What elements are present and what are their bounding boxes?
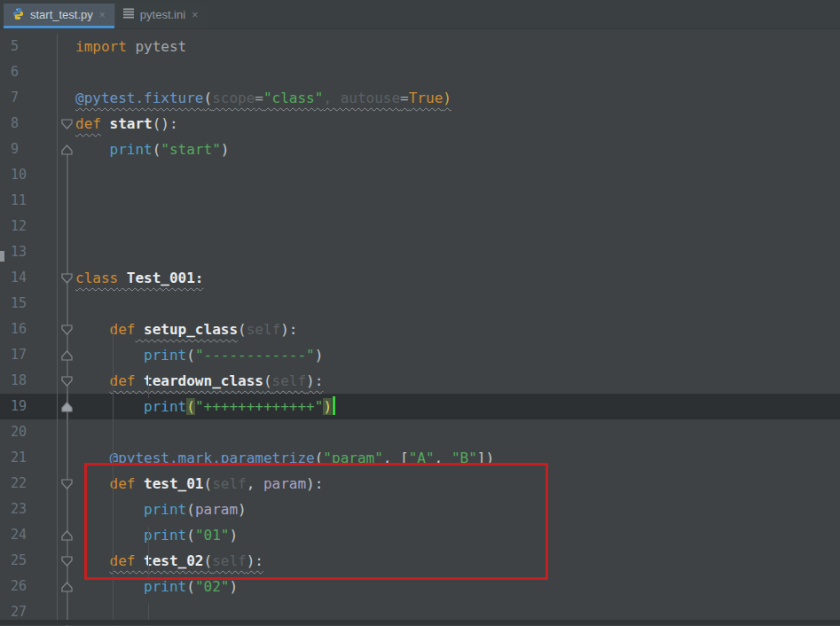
line-number: 16: [0, 317, 58, 342]
code-line[interactable]: print("------------"): [75, 342, 840, 368]
line-number: 6: [0, 59, 58, 85]
code-token: print: [144, 578, 186, 595]
code-line[interactable]: [75, 188, 840, 214]
line-number: 15: [0, 291, 58, 317]
code-token: ):: [306, 372, 323, 389]
tab-start-test-py[interactable]: start_test.py ×: [4, 4, 114, 28]
fold-column: [58, 59, 75, 85]
line-number: 8: [0, 111, 58, 137]
fold-collapse-icon[interactable]: [61, 556, 73, 567]
code-token: ():: [153, 115, 178, 132]
code-row: 20: [0, 419, 840, 445]
code-row: 14class Test_001:: [0, 265, 840, 291]
code-token: True: [409, 90, 444, 106]
fold-collapse-icon[interactable]: [61, 119, 73, 129]
line-number: 25: [0, 548, 58, 574]
line-number: 21: [0, 445, 58, 471]
line-number: 20: [0, 419, 58, 445]
code-line[interactable]: [75, 214, 840, 239]
code-token: ):: [280, 321, 297, 338]
code-token: scope: [212, 90, 255, 106]
code-token: =: [400, 90, 409, 106]
code-row: 12: [0, 214, 840, 239]
fold-collapse-icon[interactable]: [61, 273, 73, 284]
code-line[interactable]: print("start"): [75, 137, 840, 162]
code-row: 6: [0, 59, 840, 85]
code-line[interactable]: [75, 291, 840, 317]
bottom-strip: [0, 620, 840, 625]
tab-pytest-ini[interactable]: pytest.ini ×: [114, 4, 207, 28]
code-token: "------------": [195, 347, 315, 364]
fold-collapse-icon[interactable]: [61, 376, 73, 387]
code-line[interactable]: def start():: [75, 111, 840, 137]
code-row: 11: [0, 188, 840, 214]
text-file-icon: [123, 8, 135, 21]
line-number: 9: [0, 137, 58, 162]
fold-end-icon[interactable]: [61, 145, 73, 155]
fold-end-icon[interactable]: [61, 350, 73, 361]
code-row: 16 def setup_class(self):: [0, 317, 840, 342]
code-token: start: [101, 115, 153, 132]
fold-end-icon[interactable]: [61, 402, 73, 412]
line-number: 7: [0, 85, 58, 111]
code-row: 18 def teardown_class(self):: [0, 368, 840, 394]
fold-collapse-icon[interactable]: [61, 479, 73, 489]
code-token: @pytest.fixture: [75, 90, 204, 106]
code-token: [75, 321, 110, 338]
code-line[interactable]: [75, 162, 840, 188]
code-line[interactable]: print("+++++++++++++"): [75, 394, 840, 419]
code-row: 8def start():: [0, 111, 840, 137]
code-token: self: [272, 372, 307, 389]
code-token: pytest: [127, 38, 186, 55]
code-token: setup_class: [135, 321, 238, 338]
code-token: ): [315, 347, 324, 364]
code-token: =: [255, 90, 263, 106]
code-token: "02": [195, 578, 230, 595]
code-token: class: [75, 270, 118, 286]
fold-end-icon[interactable]: [61, 582, 73, 592]
code-token: ): [323, 398, 332, 415]
code-token: (: [238, 321, 247, 338]
code-token: ): [443, 90, 451, 106]
code-token: [75, 398, 144, 415]
close-icon[interactable]: ×: [191, 10, 199, 20]
code-token: "start": [161, 141, 220, 158]
fold-end-icon[interactable]: [61, 530, 73, 541]
code-line[interactable]: [75, 239, 840, 265]
code-row: 17 print("------------"): [0, 342, 840, 368]
code-token: (: [153, 141, 161, 158]
code-token: "class": [263, 90, 323, 106]
code-token: Test_001:: [118, 270, 203, 286]
code-line[interactable]: class Test_001:: [75, 265, 840, 291]
line-number: 19: [0, 394, 58, 419]
code-token: , autouse: [323, 90, 400, 106]
code-token: def: [75, 115, 101, 132]
code-line[interactable]: import pytest: [75, 34, 840, 59]
line-number: 5: [0, 34, 58, 59]
fold-collapse-icon[interactable]: [61, 325, 73, 335]
code-line[interactable]: def teardown_class(self):: [75, 368, 840, 394]
code-line[interactable]: [75, 59, 840, 85]
code-editor: 5import pytest67@pytest.fixture(scope="c…: [0, 29, 840, 625]
line-number: 24: [0, 522, 58, 548]
code-token: [75, 347, 144, 364]
fold-column: [58, 85, 75, 111]
code-line[interactable]: @pytest.fixture(scope="class", autouse=T…: [75, 85, 840, 111]
tab-label: start_test.py: [30, 8, 93, 21]
line-number: 26: [0, 574, 58, 599]
code-line[interactable]: def setup_class(self):: [75, 317, 840, 342]
code-row: 7@pytest.fixture(scope="class", autouse=…: [0, 85, 840, 111]
code-row: 15: [0, 291, 840, 317]
code-token: ): [229, 578, 238, 595]
code-line[interactable]: [75, 419, 840, 445]
code-token: [75, 578, 144, 595]
close-icon[interactable]: ×: [98, 10, 106, 20]
code-token: import: [75, 38, 127, 55]
editor-tab-bar: start_test.py × pytest.ini ×: [0, 0, 840, 29]
code-token: (: [186, 578, 195, 595]
tab-label: pytest.ini: [140, 8, 185, 21]
code-row: 19 print("+++++++++++++"): [0, 394, 840, 419]
code-token: print: [144, 398, 186, 415]
edge-marker: [0, 251, 4, 262]
code-token: print: [110, 141, 153, 158]
